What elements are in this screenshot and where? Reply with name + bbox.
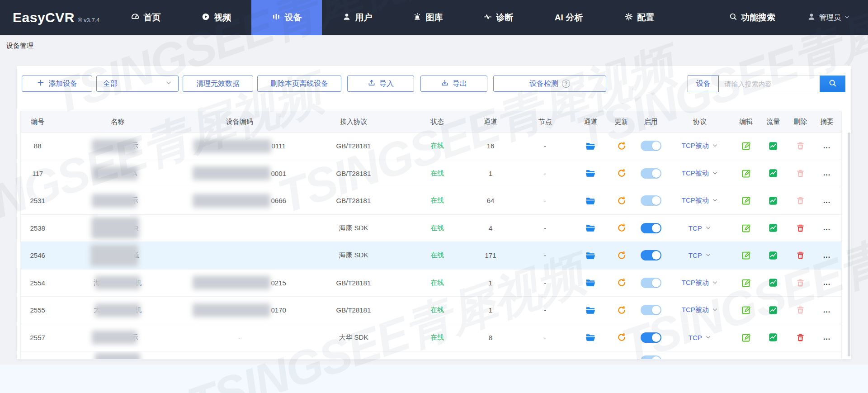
nav-item-home[interactable]: 首页 [110,0,181,35]
edit-icon[interactable] [741,278,751,288]
nav-item-video[interactable]: 视频 [181,0,251,35]
protocol-select[interactable]: TCP被动 [666,196,734,205]
traffic-icon[interactable] [768,305,778,315]
cell-channels: 171 [466,251,516,259]
summary-ellipsis[interactable]: ... [812,251,841,260]
refresh-icon[interactable] [617,168,627,178]
delete-icon[interactable] [796,251,805,260]
channels-folder-icon[interactable] [585,305,596,316]
user-menu[interactable]: 管理员 [807,12,850,23]
add-device-button[interactable]: 添加设备 [22,76,92,92]
enable-toggle[interactable] [641,305,661,315]
refresh-icon[interactable] [617,141,627,151]
nav-item-gallery[interactable]: 图库 [392,0,463,35]
cell-node: - [515,197,575,204]
edit-icon[interactable] [741,141,751,151]
search-input[interactable] [719,76,820,92]
enable-toggle[interactable] [641,195,661,206]
delete-icon[interactable] [796,305,805,315]
summary-ellipsis[interactable]: ... [812,279,841,287]
delete-icon[interactable] [796,333,805,342]
nav-item-ai[interactable]: AI 分析 [533,0,604,35]
summary-ellipsis[interactable]: ... [812,169,841,177]
channels-folder-icon[interactable] [585,277,596,288]
edit-icon[interactable] [741,223,751,233]
blurred-code [193,139,271,153]
traffic-icon[interactable] [768,278,778,288]
enable-toggle[interactable] [641,250,661,260]
summary-ellipsis[interactable]: ... [812,197,841,205]
delete-icon[interactable] [796,278,805,288]
enable-toggle[interactable] [641,141,661,151]
clean-invalid-button[interactable]: 清理无效数据 [183,76,253,92]
refresh-icon[interactable] [617,305,627,315]
channels-folder-icon[interactable] [585,195,596,206]
cell-node: - [515,334,575,341]
column-header: 启用 [636,118,665,126]
code-fragment: - [238,334,241,341]
enable-toggle[interactable] [641,278,661,288]
delete-icon[interactable] [796,141,805,151]
refresh-icon[interactable] [617,278,627,288]
enable-toggle[interactable] [641,355,661,359]
channels-folder-icon[interactable] [585,168,596,179]
nav-item-config[interactable]: 配置 [604,0,675,35]
refresh-icon[interactable] [617,223,627,233]
protocol-select[interactable]: TCP [666,224,734,232]
traffic-icon[interactable] [768,141,778,151]
traffic-icon[interactable] [768,223,778,233]
import-button[interactable]: 导入 [347,76,414,92]
nav-item-user[interactable]: 用户 [322,0,392,35]
summary-ellipsis[interactable]: ... [812,224,841,232]
nav-item-device[interactable]: 设备 [251,0,322,35]
cell-name: 示 [54,194,181,208]
traffic-icon[interactable] [768,251,778,260]
traffic-icon[interactable] [768,332,778,342]
protocol-select[interactable]: TCP被动 [666,279,734,287]
traffic-icon[interactable] [768,196,778,206]
refresh-icon[interactable] [617,196,627,206]
cell-protocol: GB/T28181 [298,279,409,287]
edit-icon[interactable] [741,250,751,260]
function-search[interactable]: 功能搜索 [729,12,775,24]
traffic-icon[interactable] [768,168,778,178]
protocol-select[interactable]: TCP被动 [666,306,734,314]
protocol-select[interactable]: TCP被动 [666,169,734,178]
enable-toggle[interactable] [641,168,661,179]
delete-icon[interactable] [796,169,805,178]
export-button[interactable]: 导出 [420,76,487,92]
protocol-select[interactable]: TCP被动 [666,142,734,150]
channels-folder-icon[interactable] [585,332,596,343]
refresh-icon[interactable] [617,251,627,260]
edit-icon[interactable] [741,305,751,315]
admin-avatar-icon [807,12,816,23]
edit-icon[interactable] [741,332,751,343]
search-button[interactable] [820,76,845,92]
delete-offline-button[interactable]: 删除本页离线设备 [257,76,341,92]
channels-folder-icon[interactable] [585,141,596,152]
edit-icon[interactable] [741,195,751,206]
protocol-select[interactable]: TCP [666,251,734,259]
delete-icon[interactable] [796,196,805,205]
enable-toggle[interactable] [641,332,661,343]
channels-folder-icon[interactable] [585,223,596,233]
delete-icon[interactable] [796,223,805,233]
filter-dropdown[interactable]: 全部 [96,76,179,92]
channels-folder-icon[interactable] [585,250,596,261]
protocol-value: TCP被动 [682,169,709,178]
summary-ellipsis[interactable]: ... [812,333,841,341]
device-detect-button[interactable]: 设备检测 ? [493,76,606,92]
footer-strip [0,365,868,393]
protocol-select[interactable]: TCP [666,334,734,341]
summary-ellipsis[interactable]: ... [812,142,841,150]
nav-item-diagnosis[interactable]: 诊断 [463,0,533,35]
summary-ellipsis[interactable]: ... [812,306,841,314]
table-scrollbar[interactable] [848,133,850,356]
edit-icon[interactable] [741,168,751,179]
enable-toggle[interactable] [641,223,661,233]
cell-node: - [515,306,575,314]
search-type-select[interactable]: 设备 [688,76,719,92]
table-row: 2546 道 海康 SDK 在线 171 - TCP [21,242,841,270]
code-fragment: 0170 [271,306,286,314]
refresh-icon[interactable] [617,332,627,342]
